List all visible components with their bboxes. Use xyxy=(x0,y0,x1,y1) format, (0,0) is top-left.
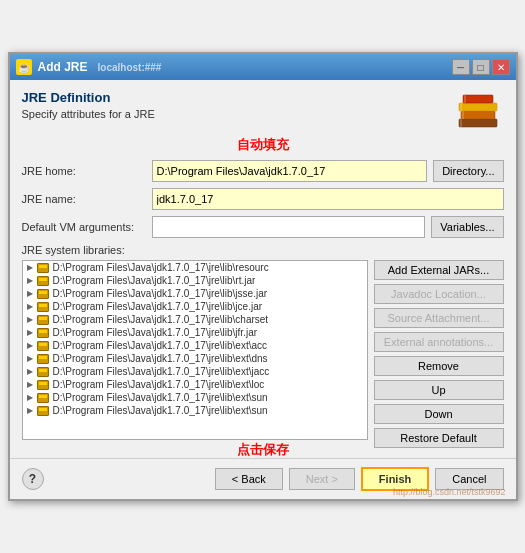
window-subtitle: localhost:### xyxy=(98,62,162,73)
list-item[interactable]: ▶D:\Program Files\Java\jdk1.7.0_17\jre\l… xyxy=(23,261,367,274)
lib-path: D:\Program Files\Java\jdk1.7.0_17\jre\li… xyxy=(53,379,265,390)
expand-arrow-icon: ▶ xyxy=(27,367,33,376)
header-text: JRE Definition Specify attributes for a … xyxy=(22,90,155,130)
jar-icon xyxy=(37,354,49,364)
jar-icon xyxy=(37,276,49,286)
footer-left: ? xyxy=(22,468,44,490)
lib-path: D:\Program Files\Java\jdk1.7.0_17\jre\li… xyxy=(53,301,263,312)
jre-home-label: JRE home: xyxy=(22,165,152,177)
content-area: JRE Definition Specify attributes for a … xyxy=(10,80,516,458)
restore-default-button[interactable]: Restore Default xyxy=(374,428,504,448)
library-buttons: Add External JARs... Javadoc Location...… xyxy=(374,260,504,448)
external-annotations-button[interactable]: External annotations... xyxy=(374,332,504,352)
list-item[interactable]: ▶D:\Program Files\Java\jdk1.7.0_17\jre\l… xyxy=(23,339,367,352)
svg-rect-6 xyxy=(460,103,462,111)
back-button[interactable]: < Back xyxy=(215,468,283,490)
expand-arrow-icon: ▶ xyxy=(27,354,33,363)
svg-rect-1 xyxy=(461,111,495,119)
lib-path: D:\Program Files\Java\jdk1.7.0_17\jre\li… xyxy=(53,353,268,364)
jar-icon xyxy=(37,406,49,416)
next-button[interactable]: Next > xyxy=(289,468,355,490)
list-item[interactable]: ▶D:\Program Files\Java\jdk1.7.0_17\jre\l… xyxy=(23,313,367,326)
watermark: http://blog.csdn.net/tstk9692 xyxy=(393,487,506,497)
section-title: JRE Definition xyxy=(22,90,155,105)
default-vm-label: Default VM arguments: xyxy=(22,221,152,233)
lib-path: D:\Program Files\Java\jdk1.7.0_17\jre\li… xyxy=(53,314,269,325)
jre-home-row: JRE home: Directory... xyxy=(22,160,504,182)
list-item[interactable]: ▶D:\Program Files\Java\jdk1.7.0_17\jre\l… xyxy=(23,365,367,378)
list-item[interactable]: ▶D:\Program Files\Java\jdk1.7.0_17\jre\l… xyxy=(23,326,367,339)
lib-path: D:\Program Files\Java\jdk1.7.0_17\jre\li… xyxy=(53,327,258,338)
jar-icon xyxy=(37,315,49,325)
libraries-label: JRE system libraries: xyxy=(22,244,504,256)
default-vm-input[interactable] xyxy=(152,216,426,238)
lib-path: D:\Program Files\Java\jdk1.7.0_17\jre\li… xyxy=(53,288,268,299)
variables-button[interactable]: Variables... xyxy=(431,216,503,238)
lib-path: D:\Program Files\Java\jdk1.7.0_17\jre\li… xyxy=(53,366,270,377)
expand-arrow-icon: ▶ xyxy=(27,328,33,337)
save-label: 点击保存 xyxy=(237,441,289,459)
expand-arrow-icon: ▶ xyxy=(27,406,33,415)
libraries-content: ▶D:\Program Files\Java\jdk1.7.0_17\jre\l… xyxy=(22,260,504,448)
jar-icon xyxy=(37,263,49,273)
add-jre-window: ☕ Add JRE localhost:### ─ □ ✕ JRE Defini… xyxy=(8,52,518,501)
section-subtitle: Specify attributes for a JRE xyxy=(22,108,155,120)
window-controls: ─ □ ✕ xyxy=(452,59,510,75)
footer: 点击保存 ? < Back Next > Finish Cancel http:… xyxy=(10,458,516,499)
window-icon: ☕ xyxy=(16,59,32,75)
svg-rect-5 xyxy=(462,111,464,119)
expand-arrow-icon: ▶ xyxy=(27,341,33,350)
expand-arrow-icon: ▶ xyxy=(27,289,33,298)
up-button[interactable]: Up xyxy=(374,380,504,400)
title-bar-left: ☕ Add JRE localhost:### xyxy=(16,59,162,75)
javadoc-location-button[interactable]: Javadoc Location... xyxy=(374,284,504,304)
list-item[interactable]: ▶D:\Program Files\Java\jdk1.7.0_17\jre\l… xyxy=(23,391,367,404)
lib-path: D:\Program Files\Java\jdk1.7.0_17\jre\li… xyxy=(53,405,268,416)
jre-name-label: JRE name: xyxy=(22,193,152,205)
jar-icon xyxy=(37,328,49,338)
list-item[interactable]: ▶D:\Program Files\Java\jdk1.7.0_17\jre\l… xyxy=(23,352,367,365)
svg-rect-2 xyxy=(459,103,497,111)
list-item[interactable]: ▶D:\Program Files\Java\jdk1.7.0_17\jre\l… xyxy=(23,404,367,417)
svg-rect-4 xyxy=(460,119,462,127)
jar-icon xyxy=(37,341,49,351)
svg-rect-0 xyxy=(459,119,497,127)
libraries-section: JRE system libraries: ▶D:\Program Files\… xyxy=(22,244,504,448)
window-title: Add JRE xyxy=(38,60,88,74)
jre-icon xyxy=(454,90,504,130)
header-row: JRE Definition Specify attributes for a … xyxy=(22,90,504,130)
add-external-jars-button[interactable]: Add External JARs... xyxy=(374,260,504,280)
lib-path: D:\Program Files\Java\jdk1.7.0_17\jre\li… xyxy=(53,392,268,403)
jre-name-input[interactable] xyxy=(152,188,504,210)
list-item[interactable]: ▶D:\Program Files\Java\jdk1.7.0_17\jre\l… xyxy=(23,287,367,300)
svg-rect-3 xyxy=(463,95,493,103)
expand-arrow-icon: ▶ xyxy=(27,263,33,272)
jar-icon xyxy=(37,380,49,390)
list-item[interactable]: ▶D:\Program Files\Java\jdk1.7.0_17\jre\l… xyxy=(23,378,367,391)
jre-name-row: JRE name: xyxy=(22,188,504,210)
jre-home-input[interactable] xyxy=(152,160,428,182)
expand-arrow-icon: ▶ xyxy=(27,302,33,311)
list-item[interactable]: ▶D:\Program Files\Java\jdk1.7.0_17\jre\l… xyxy=(23,274,367,287)
default-vm-row: Default VM arguments: Variables... xyxy=(22,216,504,238)
list-item[interactable]: ▶D:\Program Files\Java\jdk1.7.0_17\jre\l… xyxy=(23,300,367,313)
expand-arrow-icon: ▶ xyxy=(27,380,33,389)
jar-icon xyxy=(37,393,49,403)
down-button[interactable]: Down xyxy=(374,404,504,424)
lib-path: D:\Program Files\Java\jdk1.7.0_17\jre\li… xyxy=(53,340,268,351)
autofill-label: 自动填充 xyxy=(22,136,504,154)
close-button[interactable]: ✕ xyxy=(492,59,510,75)
lib-path: D:\Program Files\Java\jdk1.7.0_17\jre\li… xyxy=(53,275,256,286)
minimize-button[interactable]: ─ xyxy=(452,59,470,75)
libraries-list[interactable]: ▶D:\Program Files\Java\jdk1.7.0_17\jre\l… xyxy=(22,260,368,440)
jar-icon xyxy=(37,302,49,312)
expand-arrow-icon: ▶ xyxy=(27,315,33,324)
svg-rect-7 xyxy=(464,95,466,103)
lib-path: D:\Program Files\Java\jdk1.7.0_17\jre\li… xyxy=(53,262,269,273)
source-attachment-button[interactable]: Source Attachment... xyxy=(374,308,504,328)
remove-button[interactable]: Remove xyxy=(374,356,504,376)
help-button[interactable]: ? xyxy=(22,468,44,490)
jar-icon xyxy=(37,367,49,377)
directory-button[interactable]: Directory... xyxy=(433,160,503,182)
maximize-button[interactable]: □ xyxy=(472,59,490,75)
